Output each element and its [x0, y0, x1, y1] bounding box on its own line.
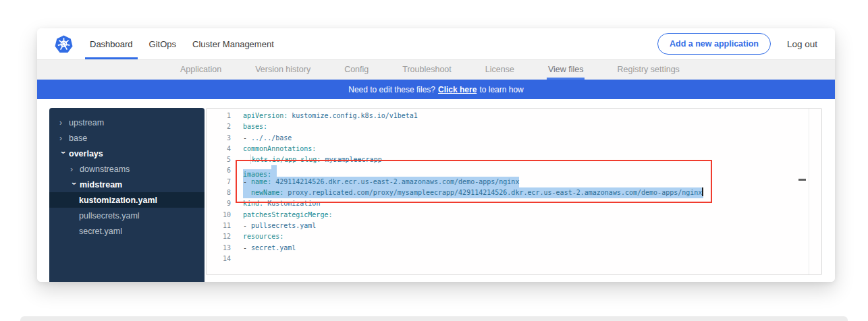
code-token: pullsecrets.yaml	[251, 222, 316, 229]
code-line-11: 11- pullsecrets.yaml	[207, 221, 821, 231]
code-token: resources:	[243, 233, 283, 240]
code-line-6: 6images:	[207, 165, 821, 176]
selection-highlight: - name: 429114214526.dkr.ecr.us-east-2.a…	[243, 177, 519, 187]
logout-link[interactable]: Log out	[787, 39, 817, 49]
yaml-code-editor[interactable]: 1apiVersion: kustomize.config.k8s.io/v1b…	[206, 108, 822, 275]
subnav-tab-license[interactable]: License	[484, 60, 516, 80]
code-line-1: 1apiVersion: kustomize.config.k8s.io/v1b…	[207, 111, 821, 121]
code-line-14: 14	[207, 254, 821, 264]
code-token: patchesStrategicMerge:	[243, 211, 332, 218]
line-number: 5	[207, 154, 231, 165]
line-code: kots.io/app-slug: mysampleecrapp	[231, 154, 382, 165]
line-code: - secret.yaml	[231, 243, 296, 254]
code-token: newName:	[251, 189, 283, 196]
nav-tab-gitops[interactable]: GitOps	[144, 28, 181, 59]
code-line-4: 4commonAnnotations:	[207, 144, 821, 154]
tree-item-label: pullsecrets.yaml	[79, 211, 140, 221]
subnav-tab-config[interactable]: Config	[343, 60, 370, 80]
code-token: kustomize.config.k8s.io/v1beta1	[288, 112, 418, 119]
tree-item-kustomization-yaml[interactable]: kustomization.yaml	[49, 192, 205, 208]
line-number: 14	[207, 254, 231, 264]
tree-item-secret-yaml[interactable]: secret.yaml	[49, 223, 205, 239]
line-number: 10	[207, 210, 231, 221]
code-token: proxy.replicated.com/proxy/mysampleecrap…	[283, 189, 702, 196]
tree-item-upstream[interactable]: ›upstream	[49, 115, 205, 130]
code-token: Kustomization	[263, 200, 320, 207]
tree-item-label: kustomization.yaml	[79, 196, 157, 205]
code-line-5: 5kots.io/app-slug: mysampleecrapp	[207, 154, 821, 165]
tree-item-overlays[interactable]: ›overlays	[49, 146, 205, 161]
view-files-content: ›upstream›base›overlays›downstreams›mids…	[37, 99, 835, 282]
banner-text-after: to learn how	[479, 85, 523, 94]
line-number: 3	[207, 133, 231, 144]
tree-item-label: secret.yaml	[79, 227, 122, 236]
code-token: -	[243, 178, 251, 185]
code-token: mysampleecrapp	[321, 156, 381, 163]
subnav-tab-view-files[interactable]: View files	[547, 60, 585, 80]
top-nav-tabs: DashboardGitOpsCluster Management	[85, 28, 279, 59]
selection-tail	[271, 165, 277, 176]
code-token: -	[243, 244, 251, 252]
nav-tab-cluster-management[interactable]: Cluster Management	[188, 28, 279, 59]
tree-item-downstreams[interactable]: ›downstreams	[49, 161, 205, 177]
subnav-tab-troubleshoot[interactable]: Troubleshoot	[401, 60, 453, 80]
code-line-12: 12resources:	[207, 231, 821, 242]
chevron-right-icon: ›	[70, 165, 78, 173]
line-code: patchesStrategicMerge:	[231, 210, 332, 221]
tree-item-label: overlays	[69, 149, 103, 158]
subnav-tab-registry-settings[interactable]: Registry settings	[616, 60, 680, 80]
chevron-right-icon: ›	[59, 134, 67, 142]
code-token: apiVersion:	[243, 112, 288, 119]
line-code: bases:	[231, 121, 267, 132]
line-number: 7	[207, 177, 231, 187]
code-token: secret.yaml	[251, 244, 296, 252]
banner-click-here-link[interactable]: Click here	[438, 85, 477, 94]
code-token: -	[243, 222, 251, 229]
code-token: bases:	[243, 123, 267, 130]
tree-item-label: base	[69, 134, 87, 143]
line-number: 11	[207, 221, 231, 231]
line-number: 4	[207, 144, 231, 154]
edit-files-banner: Need to edit these files? Click here to …	[37, 80, 835, 99]
tree-item-label: midstream	[80, 180, 122, 189]
line-code: apiVersion: kustomize.config.k8s.io/v1be…	[231, 111, 418, 121]
tree-item-pullsecrets-yaml[interactable]: pullsecrets.yaml	[49, 208, 205, 223]
code-line-7: 7- name: 429114214526.dkr.ecr.us-east-2.…	[207, 177, 821, 187]
line-code: - ../../base	[231, 133, 292, 144]
code-token: 429114214526.dkr.ecr.us-east-2.amazonaws…	[271, 178, 519, 185]
chevron-down-icon: ›	[59, 151, 67, 159]
tree-item-base[interactable]: ›base	[49, 130, 205, 146]
code-token: name:	[251, 178, 271, 185]
line-code: resources:	[231, 231, 283, 242]
code-token: kots.io/app-slug:	[252, 156, 321, 163]
tree-item-midstream[interactable]: ›midstream	[49, 177, 205, 192]
line-number: 13	[207, 243, 231, 254]
file-tree-sidebar: ›upstream›base›overlays›downstreams›mids…	[49, 108, 205, 282]
editor-lines: 1apiVersion: kustomize.config.k8s.io/v1b…	[207, 109, 821, 264]
tree-item-label: downstreams	[80, 165, 130, 174]
add-application-button[interactable]: Add a new application	[657, 33, 771, 55]
line-code: - name: 429114214526.dkr.ecr.us-east-2.a…	[231, 177, 519, 187]
line-number: 8	[207, 187, 231, 198]
code-token	[243, 189, 251, 196]
code-token: -	[243, 134, 251, 142]
line-number: 2	[207, 121, 231, 132]
indent-guide	[243, 154, 251, 164]
next-card-top-edge	[20, 316, 848, 321]
line-code: kind: Kustomization	[231, 198, 320, 209]
line-code: newName: proxy.replicated.com/proxy/mysa…	[231, 187, 703, 198]
line-code	[231, 254, 243, 264]
nav-tab-dashboard[interactable]: Dashboard	[85, 28, 138, 59]
line-code: images:	[231, 165, 277, 176]
code-line-10: 10patchesStrategicMerge:	[207, 210, 821, 221]
tree-item-label: upstream	[69, 118, 104, 127]
banner-text-before: Need to edit these files?	[348, 85, 435, 94]
subnav-tab-application[interactable]: Application	[179, 60, 223, 80]
line-number: 1	[207, 111, 231, 121]
code-line-8: 8 newName: proxy.replicated.com/proxy/my…	[207, 187, 821, 198]
subnav-tab-version-history[interactable]: Version history	[254, 60, 312, 80]
editor-overview-ruler[interactable]	[809, 109, 809, 274]
line-number: 6	[207, 165, 231, 176]
code-line-2: 2bases:	[207, 121, 821, 132]
app-subnav: ApplicationVersion historyConfigTroubles…	[37, 60, 835, 80]
